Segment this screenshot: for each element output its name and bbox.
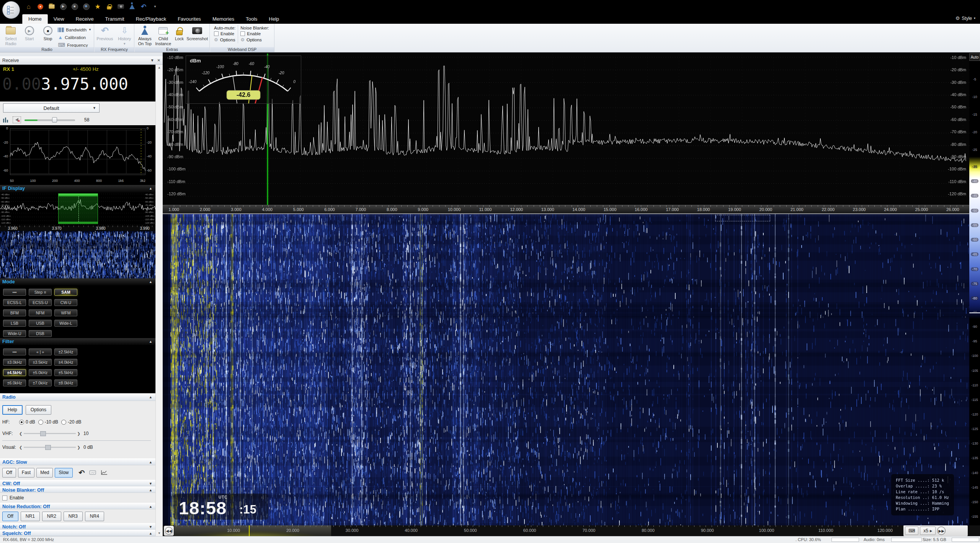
palette-floor-marker[interactable] bbox=[969, 312, 980, 313]
noise-blanker-enable-checkbox[interactable]: Enable bbox=[240, 31, 269, 36]
frequency-digits[interactable]: 0.003.975.000 bbox=[2, 75, 128, 93]
nb-enable-checkbox[interactable] bbox=[2, 496, 7, 500]
mode-button[interactable]: USB bbox=[29, 320, 52, 327]
nr-button[interactable]: NR3 bbox=[64, 512, 83, 521]
slider-left-arrow[interactable]: ❮ bbox=[19, 432, 24, 436]
collapse-icon[interactable]: ▲ bbox=[149, 488, 152, 492]
cw-header[interactable]: CW: Off▼ bbox=[0, 480, 155, 486]
mode-button[interactable]: ECSS-U bbox=[29, 299, 52, 306]
qat-dropdown-icon[interactable]: ▾ bbox=[152, 3, 158, 10]
previous-button[interactable]: ↶ Previous bbox=[96, 25, 113, 41]
hf-0db-radio[interactable]: 0 dB bbox=[19, 419, 35, 425]
ribbon-tab[interactable]: Memories bbox=[207, 15, 240, 24]
filter-button[interactable]: « | » bbox=[29, 348, 52, 355]
ribbon-tab[interactable]: Home bbox=[22, 14, 48, 24]
agc-button[interactable]: Med bbox=[36, 468, 53, 478]
filter-button[interactable]: ±2.5kHz bbox=[54, 348, 77, 355]
agc-monitor-icon[interactable] bbox=[89, 470, 96, 475]
nr-button[interactable]: NR4 bbox=[85, 512, 104, 521]
mode-button[interactable]: LSB bbox=[3, 320, 26, 327]
waterfall-palette-legend[interactable]: Auto -5-10-15-20-25-30 -35-40-45-50-55-6… bbox=[969, 52, 980, 525]
frequency-display[interactable]: RX 1 +/- 4500 Hz 0.003.975.000 bbox=[0, 65, 155, 101]
add-icon[interactable]: ✚ bbox=[83, 3, 90, 10]
nr-button[interactable]: NR2 bbox=[42, 512, 61, 521]
mode-header[interactable]: Mode▲ bbox=[0, 278, 155, 285]
child-instance-button[interactable]: Child Instance bbox=[154, 25, 172, 46]
help-button[interactable]: Help bbox=[2, 405, 23, 415]
start-button[interactable]: ▶ Start bbox=[20, 25, 38, 41]
mode-button[interactable]: NFM bbox=[29, 309, 52, 316]
mode-button[interactable]: DSB bbox=[29, 330, 52, 337]
visual-slider[interactable]: ❮ ❯ bbox=[19, 445, 80, 450]
collapse-icon[interactable]: ▲ bbox=[149, 280, 152, 284]
filter-button[interactable]: ±6.0kHz bbox=[3, 379, 26, 386]
slider-right-arrow[interactable]: ❯ bbox=[76, 432, 80, 436]
waterfall-canvas[interactable] bbox=[163, 214, 969, 525]
hf-minus20db-radio[interactable]: -20 dB bbox=[61, 419, 81, 425]
vhf-slider[interactable]: ❮ ❯ bbox=[19, 431, 80, 437]
stop-icon[interactable]: ■ bbox=[71, 3, 78, 10]
waterfall-scrollbar[interactable]: 10.00020.00030.00040.00050.00060.00070.0… bbox=[163, 525, 980, 536]
volume-slider-thumb[interactable] bbox=[52, 117, 57, 123]
main-waterfall[interactable]: UTC 18:58 :15 FFT Size ....: 512 kOverla… bbox=[163, 213, 969, 525]
ribbon-tab[interactable]: Receive bbox=[70, 15, 100, 24]
favourite-star-icon[interactable]: ★ bbox=[94, 3, 101, 10]
filter-header[interactable]: Filter▲ bbox=[0, 338, 155, 345]
ribbon-tab[interactable]: Help bbox=[263, 15, 285, 24]
agc-chart-icon[interactable] bbox=[101, 470, 108, 475]
mode-button[interactable]: ••• bbox=[3, 289, 26, 296]
agc-button[interactable]: Off bbox=[2, 468, 16, 478]
agc-button[interactable]: Fast bbox=[18, 468, 34, 478]
mode-button[interactable]: CW-U bbox=[54, 299, 77, 306]
scroll-right-button[interactable]: ▶▶ bbox=[937, 527, 946, 535]
panel-collapse-icon[interactable]: ▼ bbox=[150, 58, 154, 62]
bandwidth-button[interactable]: Bandwidth▼ bbox=[58, 26, 91, 33]
slider-right-arrow[interactable]: ❯ bbox=[76, 445, 80, 450]
auto-mute-enable-checkbox[interactable]: Enable bbox=[214, 31, 235, 36]
scroll-down-icon[interactable]: ▼ bbox=[156, 532, 163, 535]
collapse-icon[interactable]: ▲ bbox=[149, 505, 152, 509]
visual-slider-thumb[interactable] bbox=[45, 445, 51, 450]
mode-button[interactable]: Step ≡ bbox=[29, 289, 52, 296]
expand-icon[interactable]: ▼ bbox=[149, 482, 152, 486]
mode-button[interactable]: BFM bbox=[3, 309, 26, 316]
audio-spectrum-canvas[interactable] bbox=[10, 128, 145, 176]
noise-blanker-header[interactable]: Noise Blanker: Off▲ bbox=[0, 486, 155, 493]
mode-button[interactable]: SAM bbox=[54, 289, 77, 296]
panel-scrollbar[interactable]: ▲ ▼ bbox=[155, 65, 163, 536]
hf-minus10db-radio[interactable]: -10 dB bbox=[38, 419, 58, 425]
collapse-icon[interactable]: ▲ bbox=[149, 395, 152, 399]
style-button[interactable]: ⚙ Style ▾ bbox=[956, 15, 975, 21]
lock-button[interactable]: Lock bbox=[173, 25, 186, 41]
lock-icon[interactable] bbox=[106, 3, 113, 10]
panel-close-icon[interactable]: ✕ bbox=[157, 58, 160, 62]
agc-header[interactable]: AGC: Slow▲ bbox=[0, 458, 155, 465]
stop-button[interactable]: ■ Stop bbox=[39, 25, 57, 41]
equalizer-icon[interactable] bbox=[3, 117, 9, 123]
nr-button[interactable]: Off bbox=[2, 512, 18, 521]
squelch-header[interactable]: Squelch: Off▲ bbox=[0, 530, 155, 536]
calibration-button[interactable]: ▲ Calibration bbox=[58, 34, 91, 41]
slider-left-arrow[interactable]: ❮ bbox=[19, 445, 24, 450]
if-filter-selection[interactable] bbox=[58, 193, 98, 224]
open-folder-icon[interactable] bbox=[48, 3, 55, 10]
auto-mute-options-button[interactable]: ⚙Options bbox=[214, 37, 235, 43]
if-display-header[interactable]: IF Display▲ bbox=[0, 185, 155, 193]
palette-auto-button[interactable]: Auto bbox=[969, 53, 980, 61]
filter-button[interactable]: ±4.0kHz bbox=[54, 359, 77, 366]
filter-button[interactable]: ±5.5kHz bbox=[54, 369, 77, 376]
ribbon-tab[interactable]: Rec/Playback bbox=[130, 15, 172, 24]
collapse-icon[interactable]: ▲ bbox=[149, 186, 152, 190]
filter-button[interactable]: ±4.5kHz bbox=[3, 369, 26, 376]
mode-button[interactable]: ECSS-L bbox=[3, 299, 26, 306]
agc-button[interactable]: Slow bbox=[55, 468, 72, 478]
expand-icon[interactable]: ▼ bbox=[149, 525, 152, 529]
ribbon-tab[interactable]: Favourites bbox=[172, 15, 207, 24]
collapse-icon[interactable]: ▲ bbox=[149, 532, 152, 535]
start-icon[interactable]: ▶ bbox=[60, 3, 67, 10]
filter-button[interactable]: ±8.0kHz bbox=[54, 379, 77, 386]
main-spectrum[interactable]: -10 dBm-20 dBm-30 dBm-40 dBm-50 dBm-60 d… bbox=[163, 52, 969, 213]
home-icon[interactable]: ⌂ bbox=[25, 3, 32, 10]
spectrum-frequency-scale[interactable]: 1.0002.0003.0004.0005.0006.0007.0008.000… bbox=[163, 205, 969, 213]
collapse-icon[interactable]: ▲ bbox=[149, 340, 152, 343]
